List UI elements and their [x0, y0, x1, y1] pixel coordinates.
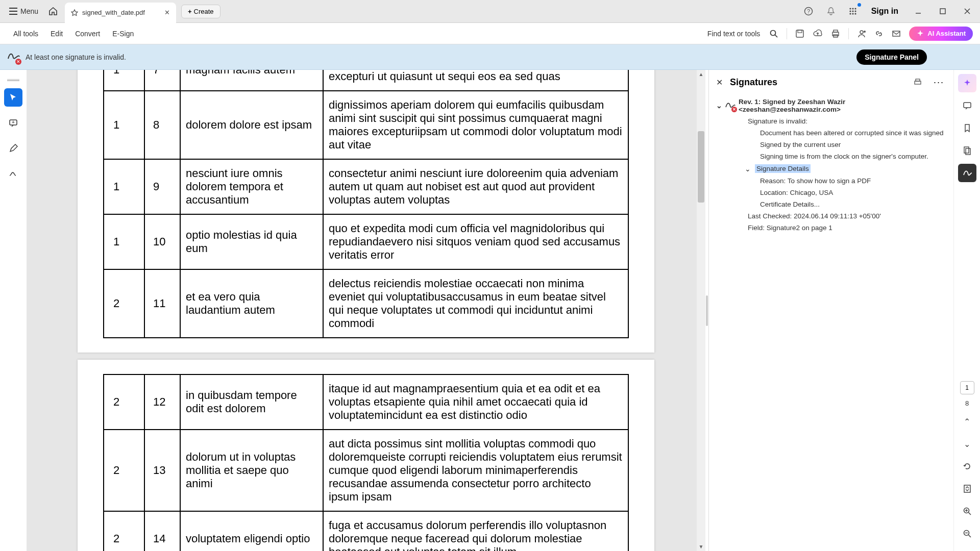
svg-point-7	[854, 10, 856, 12]
pdf-page: 17magnam facilis autemenim qui quis quo …	[78, 70, 654, 353]
sparkle-icon	[916, 30, 924, 38]
sig-last-checked: Last Checked: 2024.06.14 09:11:13 +05'00…	[716, 210, 946, 222]
pages-icon	[963, 146, 972, 155]
svg-rect-25	[964, 103, 971, 108]
vertical-scrollbar[interactable]: ▲ ▼	[697, 70, 705, 551]
link-button[interactable]	[874, 29, 884, 38]
table-cell: 10	[144, 214, 180, 269]
svg-point-19	[864, 31, 866, 33]
table-row: 211et ea vero quia laudantium autemdelec…	[104, 269, 628, 338]
bookmark-icon	[963, 123, 972, 133]
zoom-in-button[interactable]	[958, 502, 976, 520]
notifications-button[interactable]	[823, 4, 839, 19]
all-tools-button[interactable]: All tools	[7, 27, 44, 41]
apps-button[interactable]	[846, 4, 860, 18]
bookmarks-button[interactable]	[958, 119, 976, 137]
select-tool[interactable]	[4, 88, 22, 107]
help-button[interactable]: ?	[801, 4, 816, 19]
fill-sign-tool[interactable]	[4, 139, 22, 158]
table-cell: quo et expedita modi cum officia vel mag…	[323, 214, 628, 269]
convert-button[interactable]: Convert	[69, 27, 106, 41]
cloud-button[interactable]	[813, 29, 823, 38]
home-button[interactable]	[43, 4, 63, 19]
rotate-button[interactable]	[958, 457, 976, 475]
table-cell: 2	[104, 269, 144, 338]
scroll-down-icon[interactable]: ▼	[697, 542, 705, 551]
signature-details-label: Signature Details	[755, 164, 811, 173]
chevron-down-icon: ⌄	[964, 439, 970, 449]
banner-message: At least one signature is invalid.	[26, 53, 126, 61]
sign-in-button[interactable]: Sign in	[867, 7, 902, 16]
panel-print-button[interactable]	[911, 76, 924, 89]
signature-revision-row[interactable]: ⌄ ✕ Rev. 1: Signed by Zeeshan Wazir <zee…	[716, 96, 946, 115]
table-cell: magnam facilis autem	[180, 70, 323, 91]
panel-title: Signatures	[730, 77, 904, 88]
menu-button[interactable]: Menu	[4, 4, 43, 18]
table-cell: aut dicta possimus sint mollitia volupta…	[323, 430, 628, 511]
cursor-icon	[9, 93, 18, 102]
print-button[interactable]	[831, 29, 840, 38]
chat-panel-button[interactable]	[958, 96, 976, 115]
email-button[interactable]	[892, 29, 901, 38]
table-cell: 1	[104, 214, 144, 269]
pdf-page: 212in quibusdam tempore odit est dolorem…	[78, 360, 654, 551]
scroll-up-icon[interactable]: ▲	[697, 70, 705, 79]
page-number-input[interactable]: 1	[960, 381, 974, 394]
document-tab[interactable]: signed_with_date.pdf ✕	[65, 3, 176, 23]
maximize-icon	[939, 8, 946, 15]
search-button[interactable]	[769, 29, 778, 38]
tab-close-button[interactable]: ✕	[164, 9, 170, 16]
table-cell: fuga et accusamus dolorum perferendis il…	[323, 511, 628, 551]
document-viewport[interactable]: 17magnam facilis autemenim qui quis quo …	[27, 70, 705, 551]
share-button[interactable]	[857, 29, 866, 38]
sig-cert-details[interactable]: Certificate Details...	[716, 198, 946, 210]
pages-thumb-button[interactable]	[958, 141, 976, 160]
chevron-down-icon[interactable]: ⌄	[716, 102, 722, 110]
table-cell: 11	[144, 269, 180, 338]
panel-close-button[interactable]: ✕	[716, 78, 723, 87]
comment-tool[interactable]: +	[4, 114, 22, 132]
table-row: 214voluptatem eligendi optiofuga et accu…	[104, 511, 628, 551]
table-row: 213dolorum ut in voluptas mollitia et sa…	[104, 430, 628, 511]
edit-button[interactable]: Edit	[44, 27, 69, 41]
ai-sparkle-button[interactable]	[958, 74, 976, 92]
table-cell: optio molestias id quia eum	[180, 214, 323, 269]
table-cell: 2	[104, 430, 144, 511]
comment-icon: +	[9, 118, 18, 128]
ai-label: AI Assistant	[927, 30, 966, 37]
table-cell: 13	[144, 430, 180, 511]
draw-tool[interactable]	[4, 165, 22, 183]
find-label[interactable]: Find text or tools	[707, 30, 761, 38]
printer-small-icon	[913, 78, 922, 87]
svg-point-5	[849, 10, 851, 12]
table-cell: 12	[144, 374, 180, 430]
page-up-button[interactable]: ⌃	[958, 412, 976, 431]
table-cell: 7	[144, 70, 180, 91]
signatures-rail-button[interactable]	[958, 164, 976, 182]
ai-assistant-button[interactable]: AI Assistant	[909, 27, 973, 41]
resize-grip-icon	[706, 295, 708, 326]
zoom-out-button[interactable]	[958, 524, 976, 543]
scroll-thumb[interactable]	[698, 131, 704, 203]
panel-menu-button[interactable]: ···	[932, 75, 946, 90]
sparkle-icon	[963, 79, 972, 88]
save-button[interactable]	[795, 29, 804, 38]
signature-panel-button[interactable]: Signature Panel	[856, 49, 927, 65]
signature-icon	[963, 168, 972, 178]
fit-page-button[interactable]	[958, 480, 976, 498]
minimize-icon	[915, 8, 922, 15]
star-icon	[71, 9, 78, 16]
window-minimize-button[interactable]	[910, 5, 927, 18]
table-row: 19nesciunt iure omnis dolorem tempora et…	[104, 159, 628, 214]
table-row: 110optio molestias id quia eumquo et exp…	[104, 214, 628, 269]
rotate-icon	[963, 462, 972, 471]
window-close-button[interactable]	[959, 5, 976, 18]
page-down-button[interactable]: ⌄	[958, 435, 976, 453]
table-cell: itaque id aut magnampraesentium quia et …	[323, 374, 628, 430]
table-cell: 1	[104, 70, 144, 91]
esign-button[interactable]: E-Sign	[106, 27, 140, 41]
window-maximize-button[interactable]	[934, 5, 951, 18]
create-button[interactable]: + Create	[181, 5, 220, 18]
chevron-down-icon[interactable]: ⌄	[745, 165, 751, 173]
signature-details-row[interactable]: ⌄ Signature Details	[716, 162, 946, 175]
